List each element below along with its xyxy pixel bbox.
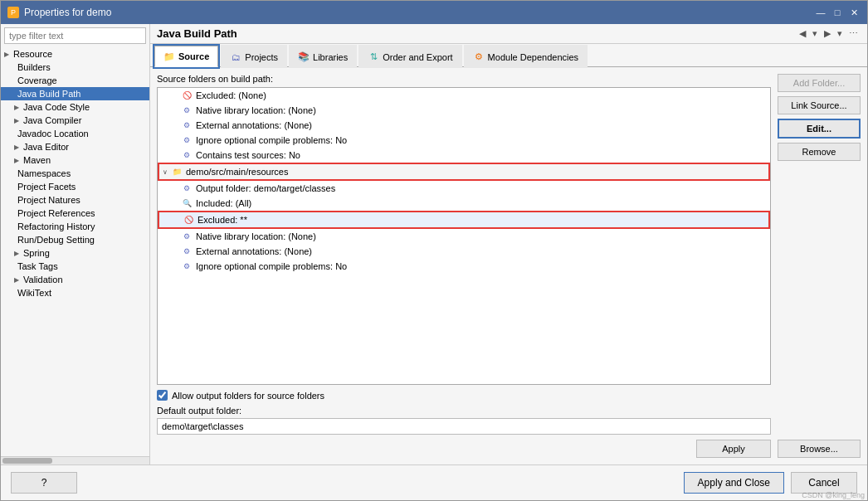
- sidebar-item-project-natures[interactable]: Project Natures: [1, 193, 149, 207]
- projects-tab-label: Projects: [245, 52, 278, 62]
- default-output-row: Default output folder:: [157, 406, 771, 435]
- java-code-style-label: Java Code Style: [23, 102, 90, 112]
- tree-entry-native-lib-2: ⚙ Native library location: (None): [158, 229, 770, 244]
- config-icon-2: ⚙: [181, 119, 193, 131]
- spring-label: Spring: [23, 248, 50, 258]
- forward-button[interactable]: ▶: [822, 27, 833, 40]
- validation-label: Validation: [23, 275, 63, 285]
- allow-output-label: Allow output folders for source folders: [172, 391, 324, 401]
- minimize-button[interactable]: —: [814, 6, 827, 19]
- sidebar-item-spring[interactable]: Spring: [1, 246, 149, 260]
- tree-entry-ext-ann-2: ⚙ External annotations: (None): [158, 244, 770, 259]
- sidebar-item-wikitext[interactable]: WikiText: [1, 286, 149, 299]
- source-tab-icon: 📁: [163, 51, 175, 62]
- java-build-path-label: Java Build Path: [17, 89, 80, 99]
- tree-entry-ignore-2: ⚙ Ignore optional compile problems: No: [158, 259, 770, 274]
- maximize-button[interactable]: □: [831, 6, 844, 19]
- tree-entry-ignore-1: ⚙ Ignore optional compile problems: No: [158, 133, 770, 148]
- tab-libraries[interactable]: 📚 Libraries: [289, 45, 357, 68]
- tab-order-export[interactable]: ⇅ Order and Export: [358, 45, 461, 68]
- tree-entry-included: 🔍 Included: (All): [158, 196, 770, 211]
- sidebar-item-validation[interactable]: Validation: [1, 273, 149, 286]
- window-title: Properties for demo: [24, 7, 111, 18]
- resource-label: Resource: [13, 49, 52, 59]
- close-button[interactable]: ✕: [847, 6, 861, 19]
- edit-button[interactable]: Edit...: [778, 119, 861, 139]
- namespaces-label: Namespaces: [17, 168, 71, 178]
- help-button[interactable]: ?: [11, 472, 77, 494]
- cancel-button[interactable]: Cancel: [791, 472, 857, 494]
- nav-dropdown2-button[interactable]: ▾: [835, 27, 845, 40]
- link-source-button[interactable]: Link Source...: [778, 96, 861, 114]
- sidebar-item-java-build-path[interactable]: Java Build Path: [1, 87, 149, 100]
- sidebar-item-maven[interactable]: Maven: [1, 153, 149, 167]
- properties-window: P Properties for demo — □ ✕ Resource Bui…: [0, 0, 868, 501]
- config-icon-7: ⚙: [181, 246, 193, 257]
- filter-icon-3: 🚫: [183, 214, 194, 226]
- sidebar-item-project-facets[interactable]: Project Facets: [1, 180, 149, 193]
- scrollbar-thumb[interactable]: [2, 458, 52, 464]
- sidebar-item-project-references[interactable]: Project References: [1, 207, 149, 220]
- apply-button[interactable]: Apply: [696, 440, 771, 458]
- sidebar-item-coverage[interactable]: Coverage: [1, 74, 149, 87]
- sidebar-item-builders[interactable]: Builders: [1, 61, 149, 74]
- tab-module-dependencies[interactable]: ⚙ Module Dependencies: [464, 45, 588, 68]
- remove-button[interactable]: Remove: [778, 143, 861, 161]
- tabs-row: 📁 Source 🗂 Projects 📚 Libraries ⇅ Order …: [150, 44, 867, 67]
- left-panel: Resource Builders Coverage Java Build Pa…: [1, 24, 150, 465]
- sidebar-item-namespaces[interactable]: Namespaces: [1, 167, 149, 180]
- sidebar-item-java-compiler[interactable]: Java Compiler: [1, 114, 149, 127]
- allow-output-checkbox[interactable]: [157, 390, 168, 401]
- libraries-tab-label: Libraries: [313, 52, 348, 62]
- filter-input[interactable]: [4, 27, 146, 44]
- tree-entry-excluded-none: 🚫 Excluded: (None): [158, 88, 770, 103]
- project-references-label: Project References: [17, 208, 95, 218]
- tree-entry-resources-folder[interactable]: ∨ 📁 demo/src/main/resources: [158, 163, 770, 181]
- sidebar-item-java-code-style[interactable]: Java Code Style: [1, 100, 149, 114]
- maven-label: Maven: [23, 155, 51, 165]
- sidebar-item-javadoc-location[interactable]: Javadoc Location: [1, 127, 149, 140]
- config-icon-1: ⚙: [181, 105, 193, 116]
- apply-close-button[interactable]: Apply and Close: [684, 472, 784, 494]
- config-icon-4: ⚙: [181, 149, 193, 161]
- order-tab-label: Order and Export: [383, 52, 452, 62]
- config-icon-5: ⚙: [181, 182, 193, 194]
- sidebar-item-task-tags[interactable]: Task Tags: [1, 260, 149, 273]
- config-icon-8: ⚙: [181, 260, 193, 272]
- default-output-input[interactable]: [157, 418, 771, 435]
- nav-dropdown-button[interactable]: ▾: [810, 27, 820, 40]
- right-panel-title: Java Build Path: [157, 27, 237, 40]
- horizontal-scrollbar[interactable]: [1, 456, 149, 465]
- refactoring-history-label: Refactoring History: [17, 221, 95, 231]
- back-button[interactable]: ◀: [797, 27, 808, 40]
- expand-arrow-resources: ∨: [163, 168, 168, 176]
- folder-icon-resources: 📁: [171, 166, 183, 178]
- apply-row: Apply: [157, 440, 771, 458]
- sidebar-item-resource[interactable]: Resource: [1, 47, 149, 61]
- projects-tab-icon: 🗂: [230, 51, 241, 63]
- project-facets-label: Project Facets: [17, 182, 76, 192]
- java-editor-label: Java Editor: [23, 142, 69, 152]
- sidebar-item-java-editor[interactable]: Java Editor: [1, 140, 149, 153]
- tab-projects[interactable]: 🗂 Projects: [221, 45, 287, 68]
- right-header: Java Build Path ◀ ▾ ▶ ▾ ⋯: [150, 24, 867, 44]
- wikitext-label: WikiText: [17, 288, 51, 298]
- tree-entry-excluded-star[interactable]: 🚫 Excluded: **: [158, 211, 770, 229]
- more-button[interactable]: ⋯: [846, 27, 861, 40]
- bottom-bar: ? Apply and Close Cancel: [1, 465, 867, 500]
- java-compiler-label: Java Compiler: [23, 115, 81, 125]
- side-buttons: Add Folder... Link Source... Edit... Rem…: [778, 74, 861, 458]
- title-bar-controls: — □ ✕: [814, 6, 861, 19]
- tree-entry-test-sources: ⚙ Contains test sources: No: [158, 148, 770, 163]
- sidebar-item-refactoring-history[interactable]: Refactoring History: [1, 220, 149, 233]
- source-folders-tree: 🚫 Excluded: (None) ⚙ Native library loca…: [157, 87, 771, 385]
- nav-buttons: ◀ ▾ ▶ ▾ ⋯: [797, 27, 861, 40]
- add-folder-button[interactable]: Add Folder...: [778, 74, 861, 92]
- sidebar-item-run-debug[interactable]: Run/Debug Setting: [1, 233, 149, 246]
- libraries-tab-icon: 📚: [298, 51, 310, 63]
- browse-button[interactable]: Browse...: [778, 440, 861, 458]
- task-tags-label: Task Tags: [17, 261, 58, 271]
- coverage-label: Coverage: [17, 75, 57, 85]
- tab-source[interactable]: 📁 Source: [154, 45, 219, 68]
- window-icon: P: [7, 7, 19, 18]
